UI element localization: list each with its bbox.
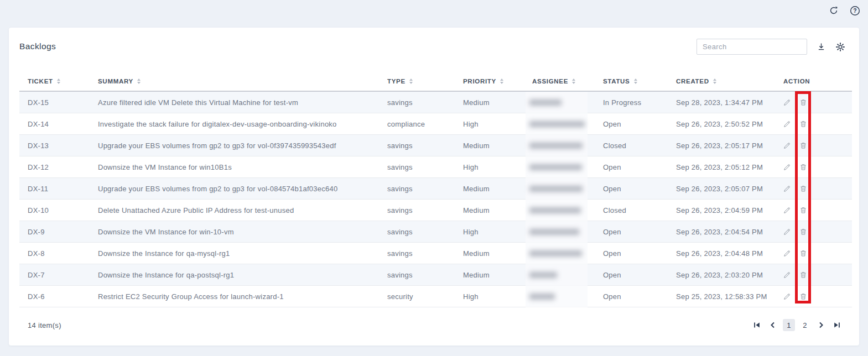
ticket-cell: DX-13 xyxy=(19,142,90,150)
edit-pencil-icon[interactable] xyxy=(783,185,791,193)
edit-pencil-icon[interactable] xyxy=(783,142,791,150)
next-page-icon[interactable] xyxy=(815,319,827,331)
summary-cell: Downsize the Instance for qa-mysql-rg1 xyxy=(90,249,379,258)
summary-cell: Delete Unattached Azure Public IP Addres… xyxy=(90,206,379,214)
delete-trash-icon[interactable] xyxy=(799,249,807,258)
action-cell xyxy=(775,249,852,258)
column-header-action: ACTION xyxy=(775,78,852,85)
delete-trash-icon[interactable] xyxy=(799,292,807,301)
ticket-cell: DX-10 xyxy=(19,206,90,214)
delete-trash-icon[interactable] xyxy=(799,163,807,171)
delete-trash-icon[interactable] xyxy=(799,206,807,214)
delete-trash-icon[interactable] xyxy=(799,185,807,193)
delete-trash-icon[interactable] xyxy=(799,98,807,107)
column-header-created[interactable]: CREATED xyxy=(668,78,775,85)
action-cell xyxy=(775,142,852,150)
table-row[interactable]: DX-9 Downsize the VM Instance for win-10… xyxy=(19,221,852,243)
column-header-label: PRIORITY xyxy=(463,78,496,85)
prev-page-icon[interactable] xyxy=(767,319,779,331)
created-cell: Sep 26, 2023, 2:03:20 PM xyxy=(668,271,775,279)
items-count-label: 14 item(s) xyxy=(28,321,61,329)
summary-cell: Upgrade your EBS volumes from gp2 to gp3… xyxy=(90,185,379,193)
refresh-icon[interactable] xyxy=(828,5,839,16)
table-row[interactable]: DX-10 Delete Unattached Azure Public IP … xyxy=(19,200,852,221)
created-cell: Sep 28, 2023, 1:34:47 PM xyxy=(668,98,775,107)
summary-cell: Investigate the stack failure for digita… xyxy=(90,120,379,128)
search-input[interactable] xyxy=(697,39,807,55)
action-cell xyxy=(775,98,852,107)
type-cell: savings xyxy=(379,163,455,171)
created-cell: Sep 26, 2023, 2:50:52 PM xyxy=(668,120,775,128)
first-page-icon[interactable] xyxy=(751,319,763,331)
ticket-cell: DX-8 xyxy=(19,249,90,258)
summary-cell: Downsize the VM Instance for win-10-vm xyxy=(90,228,379,236)
table-row[interactable]: DX-11 Upgrade your EBS volumes from gp2 … xyxy=(19,178,852,200)
column-header-priority[interactable]: PRIORITY xyxy=(455,78,524,85)
last-page-icon[interactable] xyxy=(831,319,843,331)
type-cell: compliance xyxy=(379,120,455,128)
summary-cell: Azure filtered idle VM Delete this Virtu… xyxy=(90,98,379,107)
delete-trash-icon[interactable] xyxy=(799,271,807,279)
column-header-status[interactable]: STATUS xyxy=(595,78,668,85)
sort-icon[interactable] xyxy=(572,78,575,84)
column-header-type[interactable]: TYPE xyxy=(379,78,455,85)
type-cell: savings xyxy=(379,98,455,107)
edit-pencil-icon[interactable] xyxy=(783,163,791,171)
ticket-cell: DX-7 xyxy=(19,271,90,279)
status-cell: Closed xyxy=(595,206,668,214)
action-cell xyxy=(775,206,852,214)
edit-pencil-icon[interactable] xyxy=(783,292,791,301)
ticket-cell: DX-12 xyxy=(19,163,90,171)
sort-icon[interactable] xyxy=(500,78,503,84)
column-header-summary[interactable]: SUMMARY xyxy=(90,78,379,85)
table-row[interactable]: DX-15 Azure filtered idle VM Delete this… xyxy=(19,92,852,113)
gear-icon[interactable] xyxy=(835,41,846,53)
page-button-1[interactable]: 1 xyxy=(783,319,795,331)
action-cell xyxy=(775,163,852,171)
table-row[interactable]: DX-8 Downsize the Instance for qa-mysql-… xyxy=(19,243,852,264)
sort-icon[interactable] xyxy=(713,78,716,84)
edit-pencil-icon[interactable] xyxy=(783,98,791,107)
column-header-assignee[interactable]: ASSIGNEE xyxy=(524,78,595,85)
action-cell xyxy=(775,271,852,279)
delete-trash-icon[interactable] xyxy=(799,142,807,150)
created-cell: Sep 26, 2023, 2:04:48 PM xyxy=(668,249,775,258)
table-row[interactable]: DX-7 Downsize the Instance for qa-postsq… xyxy=(19,264,852,286)
delete-trash-icon[interactable] xyxy=(799,120,807,128)
column-header-ticket[interactable]: TICKET xyxy=(19,78,90,85)
table-toolbar xyxy=(697,39,846,55)
edit-pencil-icon[interactable] xyxy=(783,228,791,236)
topbar-icons: ? xyxy=(828,5,860,16)
sort-icon[interactable] xyxy=(57,78,60,84)
svg-text:?: ? xyxy=(853,8,856,14)
priority-cell: Medium xyxy=(455,271,524,279)
status-cell: Open xyxy=(595,228,668,236)
delete-trash-icon[interactable] xyxy=(799,228,807,236)
table-row[interactable]: DX-14 Investigate the stack failure for … xyxy=(19,113,852,135)
sort-icon[interactable] xyxy=(409,78,413,84)
table-row[interactable]: DX-13 Upgrade your EBS volumes from gp2 … xyxy=(19,135,852,156)
table-row[interactable]: DX-6 Restrict EC2 Security Group Access … xyxy=(19,286,852,307)
created-cell: Sep 26, 2023, 2:05:17 PM xyxy=(668,142,775,150)
page-title: Backlogs xyxy=(19,41,56,51)
edit-pencil-icon[interactable] xyxy=(783,271,791,279)
sort-icon[interactable] xyxy=(634,78,637,84)
edit-pencil-icon[interactable] xyxy=(783,249,791,258)
status-cell: Open xyxy=(595,163,668,171)
download-icon[interactable] xyxy=(815,41,827,53)
help-icon[interactable]: ? xyxy=(849,5,860,16)
type-cell: savings xyxy=(379,185,455,193)
edit-pencil-icon[interactable] xyxy=(783,206,791,214)
page-button-2[interactable]: 2 xyxy=(799,319,811,331)
ticket-cell: DX-9 xyxy=(19,228,90,236)
priority-cell: Medium xyxy=(455,185,524,193)
priority-cell: Medium xyxy=(455,142,524,150)
priority-cell: High xyxy=(455,120,524,128)
table-row[interactable]: DX-12 Downsize the VM Instance for win10… xyxy=(19,156,852,178)
sort-icon[interactable] xyxy=(137,78,141,84)
type-cell: savings xyxy=(379,142,455,150)
edit-pencil-icon[interactable] xyxy=(783,120,791,128)
action-cell xyxy=(775,228,852,236)
status-cell: Open xyxy=(595,120,668,128)
created-cell: Sep 26, 2023, 2:05:12 PM xyxy=(668,163,775,171)
